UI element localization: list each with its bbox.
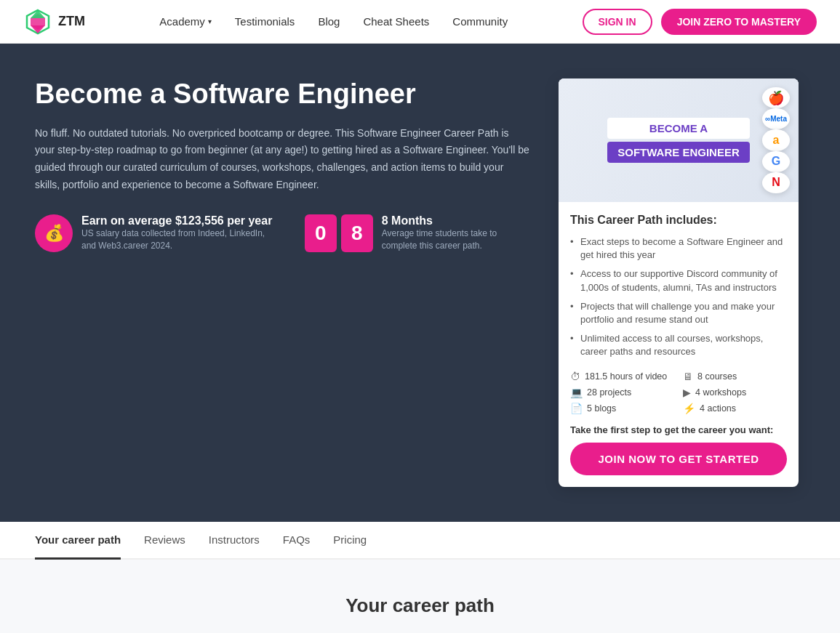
digit-0: 0 — [305, 214, 337, 252]
hero-right: BECOME A SOFTWARE ENGINEER 🍎 ∞Meta a G N… — [559, 78, 799, 487]
career-card: BECOME A SOFTWARE ENGINEER 🍎 ∞Meta a G N… — [559, 78, 799, 487]
clock-icon: ⏱ — [570, 371, 580, 382]
digit-8: 8 — [341, 214, 373, 252]
logo[interactable]: ZTM — [23, 7, 85, 36]
nav-link-academy[interactable]: Academy ▾ — [159, 15, 212, 28]
hero-description: No fluff. No outdated tutorials. No over… — [35, 125, 529, 194]
logo-text: ZTM — [58, 14, 85, 29]
nav-link-blog[interactable]: Blog — [318, 15, 340, 28]
tab-career-path[interactable]: Your career path — [35, 522, 121, 560]
salary-text: Earn on average $123,556 per year US sal… — [81, 214, 281, 252]
company-apple: 🍎 — [762, 87, 790, 108]
company-circles: 🍎 ∞Meta a G N — [753, 78, 799, 202]
chevron-down-icon: ▾ — [208, 17, 212, 25]
navbar: ZTM Academy ▾ Testimonials Blog Cheat Sh… — [0, 0, 840, 44]
play-icon: ▶ — [683, 387, 691, 398]
join-button[interactable]: JOIN ZERO TO MASTERY — [661, 9, 817, 35]
card-stat-workshops: ▶ 4 workshops — [683, 387, 787, 398]
card-stat-actions: ⚡ 4 actions — [683, 403, 787, 414]
salary-heading: Earn on average $123,556 per year — [81, 214, 281, 227]
monitor-icon: 🖥 — [683, 371, 693, 382]
company-meta: ∞Meta — [762, 108, 790, 129]
tab-instructors[interactable]: Instructors — [209, 522, 260, 560]
card-cta-text: Take the first step to get the career yo… — [570, 424, 787, 435]
card-image-text: BECOME A SOFTWARE ENGINEER — [607, 118, 750, 163]
card-stat-courses: 🖥 8 courses — [683, 371, 787, 382]
card-stat-projects-value: 28 projects — [587, 387, 631, 398]
nav-actions: SIGN IN JOIN ZERO TO MASTERY — [583, 9, 817, 35]
months-heading: 8 Months — [382, 214, 529, 227]
months-display: 0 8 — [305, 214, 373, 252]
card-list-item: Access to our supportive Discord communi… — [570, 267, 787, 294]
nav-link-testimonials[interactable]: Testimonials — [235, 15, 295, 28]
hero-section: Become a Software Engineer No fluff. No … — [0, 44, 840, 522]
salary-sub: US salary data collected from Indeed, Li… — [81, 227, 281, 252]
signin-button[interactable]: SIGN IN — [583, 9, 652, 35]
card-stat-projects: 💻 28 projects — [570, 387, 674, 398]
section-title: Your career path — [35, 594, 805, 617]
tab-pricing[interactable]: Pricing — [333, 522, 367, 560]
company-amazon: a — [762, 129, 790, 150]
company-netflix: N — [762, 172, 790, 193]
card-image: BECOME A SOFTWARE ENGINEER 🍎 ∞Meta a G N — [559, 78, 799, 202]
tabs-bar: Your career path Reviews Instructors FAQ… — [0, 522, 840, 560]
months-sub: Average time students take to complete t… — [382, 227, 529, 252]
svg-marker-3 — [31, 25, 45, 33]
months-stat: 0 8 8 Months Average time students take … — [305, 214, 529, 252]
card-stat-hours: ⏱ 181.5 hours of video — [570, 371, 674, 382]
main-content: Your career path WHAT YOU'LL LEARN ✓ Ace… — [0, 560, 840, 634]
hero-left: Become a Software Engineer No fluff. No … — [35, 78, 529, 252]
card-image-become: BECOME A — [607, 118, 750, 139]
card-image-swe: SOFTWARE ENGINEER — [607, 142, 750, 163]
card-stat-actions-value: 4 actions — [700, 403, 736, 414]
card-stat-courses-value: 8 courses — [697, 371, 737, 382]
card-body: This Career Path includes: Exact steps t… — [559, 202, 799, 487]
salary-icon: 💰 — [35, 214, 73, 252]
hero-title: Become a Software Engineer — [35, 78, 529, 110]
company-google: G — [762, 151, 790, 172]
svg-marker-2 — [31, 10, 45, 18]
nav-link-cheatsheets[interactable]: Cheat Sheets — [363, 15, 429, 28]
card-stats: ⏱ 181.5 hours of video 🖥 8 courses 💻 28 … — [570, 371, 787, 414]
document-icon: 📄 — [570, 403, 583, 414]
tab-reviews[interactable]: Reviews — [144, 522, 185, 560]
card-stat-hours-value: 181.5 hours of video — [585, 371, 667, 382]
nav-link-community[interactable]: Community — [452, 15, 508, 28]
join-now-button[interactable]: JOIN NOW TO GET STARTED — [570, 443, 787, 475]
card-stat-blogs: 📄 5 blogs — [570, 403, 674, 414]
card-list-item: Projects that will challenge you and mak… — [570, 300, 787, 326]
card-list-item: Exact steps to become a Software Enginee… — [570, 235, 787, 262]
nav-links: Academy ▾ Testimonials Blog Cheat Sheets… — [159, 15, 508, 28]
laptop-icon: 💻 — [570, 387, 583, 398]
card-list-item: Unlimited access to all courses, worksho… — [570, 332, 787, 358]
card-stat-workshops-value: 4 workshops — [695, 387, 746, 398]
card-stat-blogs-value: 5 blogs — [587, 403, 616, 414]
lightning-icon: ⚡ — [683, 403, 695, 414]
hero-stats: 💰 Earn on average $123,556 per year US s… — [35, 214, 529, 252]
card-title: This Career Path includes: — [570, 214, 787, 227]
salary-stat: 💰 Earn on average $123,556 per year US s… — [35, 214, 281, 252]
card-includes-list: Exact steps to become a Software Enginee… — [570, 235, 787, 359]
tab-faqs[interactable]: FAQs — [283, 522, 311, 560]
months-text: 8 Months Average time students take to c… — [382, 214, 529, 252]
